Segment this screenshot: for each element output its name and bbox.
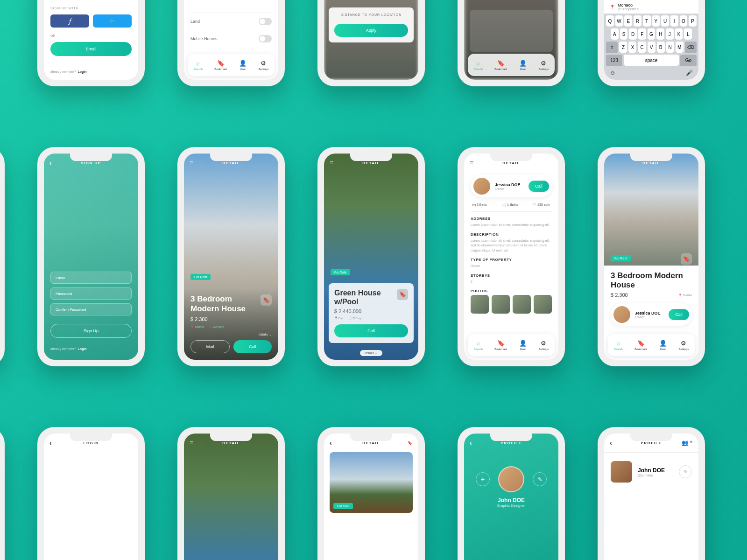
twitter-button[interactable]: 🐦: [93, 14, 132, 28]
key-z[interactable]: Z: [619, 42, 627, 53]
call-button[interactable]: Call: [669, 309, 689, 320]
tab-search[interactable]: ⌕Search: [474, 60, 483, 70]
key-i[interactable]: I: [670, 15, 678, 27]
edit-button[interactable]: ✎: [679, 465, 692, 478]
tab-bookmark[interactable]: 🔖Bookmark: [494, 60, 507, 70]
photo-thumb[interactable]: [471, 295, 489, 314]
key-n[interactable]: N: [666, 42, 674, 53]
profile-name: John DOE: [498, 497, 525, 504]
key-s[interactable]: S: [620, 28, 628, 40]
key-r[interactable]: R: [634, 15, 641, 27]
key-c[interactable]: C: [638, 42, 646, 53]
profile-avatar[interactable]: [611, 461, 632, 483]
key-f[interactable]: F: [638, 28, 646, 40]
key-d[interactable]: D: [629, 28, 637, 40]
keyboard: QWERTYUIOP ASDFGHJKL ⇧ ZXCVBNM ⌫ 123 spa…: [604, 14, 698, 80]
login-link[interactable]: Login: [78, 347, 86, 350]
key-p[interactable]: P: [689, 15, 697, 27]
signup-button[interactable]: Sign Up: [50, 324, 132, 338]
details-link[interactable]: details ⌄: [190, 333, 272, 336]
key-k[interactable]: K: [675, 28, 683, 40]
apply-button[interactable]: Apply: [334, 24, 408, 37]
photo-thumb[interactable]: [492, 295, 510, 314]
call-button[interactable]: Call: [529, 181, 549, 192]
tab-bookmark[interactable]: 🔖Bookmark: [214, 60, 227, 70]
tab-settings[interactable]: ⚙Settings: [679, 340, 689, 350]
menu-icon[interactable]: ≡: [330, 159, 334, 167]
key-q[interactable]: Q: [606, 15, 614, 27]
confirm-password-field[interactable]: Confirm Password: [50, 303, 132, 315]
page-title: SIGN UP: [81, 161, 101, 165]
back-icon[interactable]: ‹: [49, 439, 52, 447]
login-link[interactable]: Login: [78, 70, 86, 73]
emoji-key[interactable]: ☺: [610, 70, 615, 76]
bookmark-button[interactable]: 🔖: [681, 253, 692, 265]
facebook-button[interactable]: 𝑓: [50, 14, 89, 28]
back-icon[interactable]: ‹: [330, 439, 332, 447]
call-button[interactable]: Call: [233, 340, 272, 353]
key-v[interactable]: V: [648, 42, 655, 53]
tab-search[interactable]: ⌕Search: [194, 60, 203, 70]
profile-avatar[interactable]: [498, 466, 524, 492]
go-key[interactable]: Go: [680, 55, 697, 66]
backspace-key[interactable]: ⌫: [685, 42, 697, 53]
numbers-key[interactable]: 123: [606, 55, 622, 66]
add-button[interactable]: +: [476, 472, 490, 486]
key-w[interactable]: W: [615, 15, 623, 27]
key-a[interactable]: A: [611, 28, 619, 40]
shift-key[interactable]: ⇧: [606, 42, 618, 53]
call-button[interactable]: Call: [334, 324, 408, 337]
suggestion-monaco[interactable]: Monaco: [618, 3, 639, 7]
key-m[interactable]: M: [676, 42, 684, 53]
owner-avatar[interactable]: [473, 178, 490, 195]
filter-mobile-toggle[interactable]: [259, 35, 272, 42]
back-icon[interactable]: ‹: [49, 159, 52, 167]
key-l[interactable]: L: [684, 28, 692, 40]
tab-bookmark[interactable]: 🔖Bookmark: [634, 340, 647, 350]
email-field[interactable]: Email: [50, 272, 132, 284]
key-e[interactable]: E: [624, 15, 632, 27]
key-j[interactable]: J: [666, 28, 674, 40]
space-key[interactable]: space: [624, 55, 679, 66]
bookmark-button[interactable]: 🔖: [397, 289, 408, 300]
key-b[interactable]: B: [657, 42, 665, 53]
mic-key[interactable]: 🎤: [686, 70, 693, 76]
menu-icon[interactable]: ≡: [190, 439, 194, 447]
bookmark-icon[interactable]: 🔖: [408, 441, 413, 445]
owner-role: Owner: [635, 315, 664, 319]
bookmark-button[interactable]: 🔖: [261, 294, 272, 306]
property-price: $ 2.300: [611, 292, 628, 298]
back-icon[interactable]: ‹: [470, 439, 472, 447]
tab-user[interactable]: 👤User: [239, 60, 247, 70]
key-o[interactable]: O: [680, 15, 688, 27]
tab-user[interactable]: 👤User: [519, 60, 527, 70]
tab-search[interactable]: ⌕Search: [614, 340, 623, 350]
tab-settings[interactable]: ⚙Settings: [539, 340, 549, 350]
edit-button[interactable]: ✎: [533, 472, 547, 486]
mail-button[interactable]: Mail: [190, 340, 230, 353]
key-g[interactable]: G: [648, 28, 655, 40]
key-t[interactable]: T: [643, 15, 651, 27]
email-signup-button[interactable]: Email: [50, 42, 132, 56]
key-y[interactable]: Y: [652, 15, 660, 27]
key-x[interactable]: X: [628, 42, 636, 53]
photo-thumb[interactable]: [513, 295, 531, 314]
owner-avatar[interactable]: [613, 306, 630, 323]
tab-user[interactable]: 👤User: [659, 340, 667, 350]
add-user-icon[interactable]: 👥⁺: [682, 440, 693, 446]
tab-settings[interactable]: ⚙Settings: [539, 60, 549, 70]
menu-icon[interactable]: ≡: [190, 159, 194, 167]
photo-thumb[interactable]: [534, 295, 552, 314]
menu-icon[interactable]: ≡: [470, 159, 474, 167]
tab-search[interactable]: ⌕Search: [474, 340, 483, 350]
filter-land-toggle[interactable]: [259, 18, 272, 25]
key-u[interactable]: U: [661, 15, 669, 27]
back-icon[interactable]: ‹: [610, 439, 613, 447]
tab-bookmark[interactable]: 🔖Bookmark: [494, 340, 507, 350]
tab-settings[interactable]: ⚙Settings: [259, 60, 269, 70]
password-field[interactable]: Password: [50, 287, 132, 300]
tab-bar: ⌕Search 🔖Bookmark 👤User ⚙Settings: [468, 54, 555, 76]
tab-user[interactable]: 👤User: [519, 340, 527, 350]
details-link[interactable]: details ⌄: [360, 350, 382, 356]
key-h[interactable]: H: [656, 28, 664, 40]
